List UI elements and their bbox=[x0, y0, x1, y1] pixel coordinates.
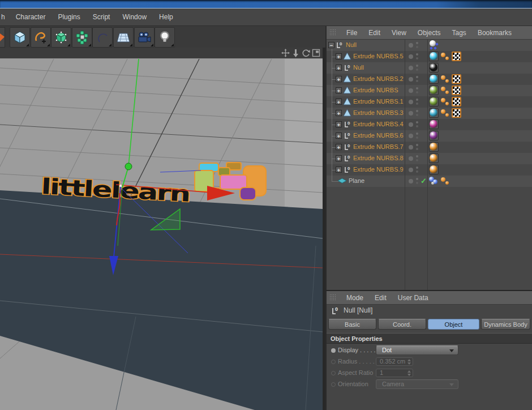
layer-dot[interactable] bbox=[409, 43, 413, 48]
object-row-extrude-nurbs-8[interactable]: +0Extrude NURBS.8 bbox=[327, 153, 532, 164]
object-row-extrude-nurbs-4[interactable]: +0Extrude NURBS.4 bbox=[327, 119, 532, 130]
object-row-extrude-nurbs-1[interactable]: +Extrude NURBS.1 bbox=[327, 96, 532, 108]
toolbar-button-array[interactable] bbox=[72, 27, 92, 48]
object-row-extrude-nurbs[interactable]: +Extrude NURBS bbox=[327, 85, 532, 96]
om-menu-objects[interactable]: Objects bbox=[412, 29, 447, 37]
object-label[interactable]: Null bbox=[346, 41, 357, 48]
toolbar-button-camera[interactable] bbox=[134, 27, 155, 48]
menu-item-help[interactable]: Help bbox=[153, 13, 179, 21]
expander-expand[interactable]: + bbox=[336, 121, 342, 127]
toolbar-button-metaball[interactable] bbox=[92, 27, 113, 48]
am-menu-user-data[interactable]: User Data bbox=[392, 294, 434, 302]
material-tag[interactable] bbox=[429, 153, 439, 163]
menu-item-character[interactable]: Character bbox=[10, 13, 52, 21]
toolbar-button-pen-spline[interactable] bbox=[31, 27, 51, 48]
visibility-dots[interactable] bbox=[416, 110, 418, 117]
layer-dot[interactable] bbox=[409, 54, 413, 59]
layer-dot[interactable] bbox=[409, 100, 413, 104]
property-bullet[interactable] bbox=[331, 382, 336, 387]
tab-coord[interactable]: Coord. bbox=[378, 319, 426, 330]
visibility-dots[interactable] bbox=[416, 65, 418, 71]
display-dropdown[interactable]: Dot bbox=[376, 345, 458, 355]
material-tag[interactable] bbox=[429, 86, 439, 95]
menu-item-script[interactable]: Script bbox=[87, 13, 117, 21]
toolbar-button-editable-mesh[interactable] bbox=[51, 27, 71, 48]
material-tag[interactable] bbox=[429, 142, 439, 152]
visibility-dots[interactable] bbox=[416, 53, 418, 60]
om-menu-view[interactable]: View bbox=[386, 29, 412, 37]
toolbar-button-light[interactable] bbox=[155, 27, 175, 48]
dots-tag[interactable] bbox=[440, 52, 450, 61]
checker-tag[interactable] bbox=[452, 86, 461, 95]
material-tag[interactable] bbox=[429, 165, 439, 174]
visibility-dots[interactable] bbox=[416, 121, 418, 128]
expander-expand[interactable]: + bbox=[336, 87, 342, 93]
viewport-dolly-icon[interactable] bbox=[291, 49, 300, 57]
toolbar-partial-icon[interactable] bbox=[0, 27, 5, 48]
visibility-dots[interactable] bbox=[416, 99, 418, 105]
object-label[interactable]: Extrude NURBS.8 bbox=[353, 155, 404, 161]
object-label[interactable]: Extrude NURBS bbox=[353, 87, 398, 93]
stepper-arrows[interactable] bbox=[407, 370, 411, 376]
menu-item-window[interactable]: Window bbox=[116, 13, 153, 21]
object-row-extrude-nurbs-2[interactable]: +Extrude NURBS.2 bbox=[327, 74, 532, 85]
layer-dot[interactable] bbox=[409, 168, 413, 172]
layer-dot[interactable] bbox=[409, 145, 413, 150]
om-menu-tags[interactable]: Tags bbox=[447, 29, 472, 37]
object-label[interactable]: Plane bbox=[349, 177, 364, 184]
object-label[interactable]: Extrude NURBS.7 bbox=[353, 143, 404, 150]
panel-grip-icon[interactable] bbox=[329, 29, 337, 36]
object-row-extrude-nurbs-3[interactable]: +Extrude NURBS.3 bbox=[327, 108, 532, 119]
expander-expand[interactable]: + bbox=[336, 76, 342, 82]
expander-expand[interactable]: + bbox=[336, 133, 342, 139]
menu-item-h[interactable]: h bbox=[0, 13, 10, 21]
tab-dynamics-body[interactable]: Dynamics Body bbox=[481, 319, 530, 330]
layer-dot[interactable] bbox=[409, 88, 413, 93]
om-menu-edit[interactable]: Edit bbox=[363, 29, 386, 37]
object-label[interactable]: Extrude NURBS.9 bbox=[353, 166, 404, 173]
material-tag[interactable] bbox=[429, 52, 439, 61]
object-label[interactable]: Extrude NURBS.3 bbox=[353, 109, 404, 116]
expander-expand[interactable]: + bbox=[336, 65, 342, 71]
viewport-move-icon[interactable] bbox=[281, 49, 290, 57]
visibility-dots[interactable] bbox=[416, 42, 418, 49]
expander-collapse[interactable]: − bbox=[328, 42, 334, 48]
expander-expand[interactable]: + bbox=[336, 155, 342, 161]
object-label[interactable]: Extrude NURBS.5 bbox=[353, 53, 404, 59]
points-tag[interactable] bbox=[429, 40, 439, 50]
object-row-extrude-nurbs-7[interactable]: +0Extrude NURBS.7 bbox=[327, 142, 532, 153]
visibility-dots[interactable] bbox=[416, 87, 418, 94]
radius-field[interactable]: 0.352 cm bbox=[376, 357, 413, 366]
tab-basic[interactable]: Basic bbox=[328, 319, 376, 330]
window-title-bar[interactable] bbox=[0, 0, 532, 8]
orientation-dropdown[interactable]: Camera bbox=[376, 379, 458, 389]
dots-tag[interactable] bbox=[440, 176, 450, 186]
object-label[interactable]: Extrude NURBS.4 bbox=[353, 121, 404, 127]
layer-dot[interactable] bbox=[409, 66, 413, 70]
layer-dot[interactable] bbox=[409, 77, 413, 82]
dots-tag[interactable] bbox=[440, 74, 450, 84]
property-bullet[interactable] bbox=[331, 360, 336, 364]
checker-tag[interactable] bbox=[452, 97, 461, 106]
om-menu-bookmarks[interactable]: Bookmarks bbox=[472, 29, 517, 37]
menu-item-plugins[interactable]: Plugins bbox=[52, 13, 86, 21]
object-row-null-2[interactable]: +0Null bbox=[327, 62, 532, 74]
cluster-tag[interactable] bbox=[429, 176, 439, 186]
layer-dot[interactable] bbox=[409, 111, 413, 116]
object-row-null-0[interactable]: −0Null bbox=[327, 40, 532, 51]
expander-expand[interactable]: + bbox=[336, 110, 342, 116]
visibility-dots[interactable] bbox=[416, 133, 418, 139]
checker-tag[interactable] bbox=[452, 74, 461, 84]
om-menu-file[interactable]: File bbox=[341, 29, 363, 37]
material-tag[interactable] bbox=[429, 131, 439, 140]
checker-tag[interactable] bbox=[452, 52, 461, 61]
property-bullet[interactable] bbox=[331, 371, 336, 375]
tab-object[interactable]: Object bbox=[428, 319, 479, 330]
expander-expand[interactable]: + bbox=[336, 53, 342, 59]
dots-tag[interactable] bbox=[440, 108, 450, 118]
material-tag[interactable] bbox=[429, 119, 439, 129]
object-row-plane[interactable]: Plane✓ bbox=[327, 176, 532, 187]
toolbar-button-cube[interactable] bbox=[10, 27, 30, 48]
toolbar-button-floor[interactable] bbox=[113, 27, 134, 48]
visibility-dots[interactable] bbox=[416, 178, 418, 185]
